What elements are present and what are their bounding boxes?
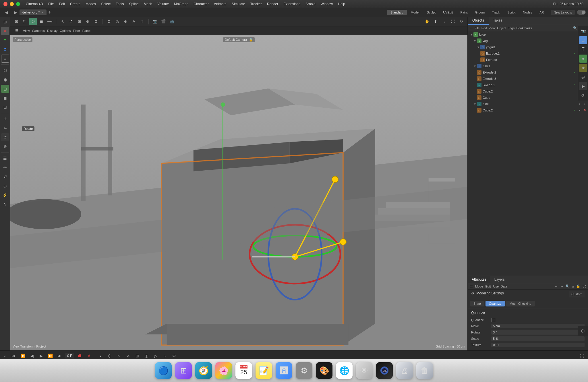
dock-preview[interactable]: 👁 (356, 362, 373, 379)
menu-mograph[interactable]: MoGraph (174, 2, 188, 6)
filter-menu[interactable]: Filter (73, 29, 80, 32)
render-icon[interactable]: ● (583, 102, 587, 106)
key-icon[interactable]: ⬥ (97, 352, 104, 360)
list-item[interactable]: ▼ ● juice ● ● (468, 31, 588, 38)
go-start-button[interactable]: ⏮ (10, 352, 17, 360)
anim-side-icon[interactable]: ⟳ (579, 91, 587, 99)
motion-icon[interactable]: ⬡ (106, 352, 113, 360)
expand-attr-icon[interactable]: ⛶ (583, 285, 586, 288)
nav-forward-icon[interactable]: → (560, 285, 563, 288)
menu-animate[interactable]: Animate (214, 2, 227, 6)
menu-window[interactable]: Window (321, 2, 333, 6)
search-icon[interactable]: 🔍 (573, 26, 577, 30)
quantize-checkbox[interactable] (491, 318, 495, 322)
menu-simulate[interactable]: Simulate (232, 2, 245, 6)
polygon-icon[interactable]: ◼ (38, 18, 45, 25)
add-tab-button[interactable]: + (48, 10, 51, 15)
attr-mode-menu[interactable]: Mode (475, 285, 483, 288)
tab-mesh-checking[interactable]: Mesh Checking (506, 301, 535, 306)
move-back-icon[interactable]: ◀ (2, 8, 10, 16)
tab-paint[interactable]: Paint (457, 10, 471, 15)
tab-ar[interactable]: AR (536, 10, 547, 15)
panel-menu[interactable]: Panel (82, 29, 90, 32)
home-attr-icon[interactable]: ⌂ (572, 285, 574, 288)
rotate-icon[interactable]: ↺ (67, 18, 75, 25)
close-button[interactable] (3, 2, 7, 6)
obj-edit-menu[interactable]: Edit (481, 26, 487, 30)
menu-file[interactable]: File (48, 2, 54, 6)
snap-tool[interactable]: ☰ (1, 154, 9, 162)
scale-icon[interactable]: ⊞ (76, 18, 83, 25)
point-mode-icon[interactable]: ◉ (1, 76, 9, 84)
axis-icon[interactable]: ⊗ (92, 18, 100, 25)
check-icon[interactable]: ✓ (572, 83, 577, 87)
list-item[interactable]: ⬡ Extrude.3 ✓ ● (468, 76, 588, 82)
dock-finder[interactable]: 🔵 (155, 362, 172, 379)
menu-render[interactable]: Render (267, 2, 278, 6)
move-icon[interactable]: ↖ (59, 18, 66, 25)
cameras-menu[interactable]: Cameras (32, 29, 45, 32)
dock-launchpad[interactable]: ⊞ (175, 362, 192, 379)
cam2-icon[interactable]: 🎬 (160, 18, 167, 25)
obj-bookmarks-menu[interactable]: Bookmarks (516, 26, 532, 30)
menu-volume[interactable]: Volume (157, 2, 169, 6)
tab-close-button[interactable]: ✕ (41, 11, 44, 14)
dock-notes[interactable]: 📝 (256, 362, 272, 379)
align-icon[interactable]: ⊕ (84, 18, 91, 25)
list-item[interactable]: ⬡ Extrude.2 ✓ ● ⚑ (468, 69, 588, 76)
tab-track[interactable]: Track (489, 10, 503, 15)
move-tool[interactable]: ✛ (1, 115, 9, 123)
cam3-icon[interactable]: 📹 (168, 18, 175, 25)
list-item[interactable]: ▼ ● yog ● ● (468, 38, 588, 44)
menu-extensions[interactable]: Extensions (283, 2, 300, 6)
play-forward-button[interactable]: ⏩ (47, 352, 54, 360)
dock-calendar[interactable]: МАРТ 25 (235, 362, 252, 379)
zoom-icon[interactable]: ⬆ (432, 18, 439, 25)
display2-icon[interactable]: ◎ (113, 18, 121, 25)
tab-uvedit[interactable]: UVEdit (440, 10, 456, 15)
menu-spline[interactable]: Spline (129, 2, 139, 6)
dock-photos[interactable]: 🌸 (215, 362, 232, 379)
display3-icon[interactable]: ⊛ (122, 18, 129, 25)
toggle-switch[interactable] (577, 10, 586, 15)
menu-help[interactable]: Help (338, 2, 345, 6)
list-item[interactable]: ⬡ Extrude.1 ✓ ● ⚑ (468, 50, 588, 57)
search-attr-icon[interactable]: 🔍 (566, 284, 570, 288)
light-side-icon[interactable]: ★ (579, 64, 587, 72)
check-icon[interactable]: ✓ (572, 51, 577, 55)
current-frame[interactable]: 0 F (65, 353, 74, 358)
menu-tracker[interactable]: Tracker (250, 2, 262, 6)
full-icon[interactable]: ⛶ (449, 18, 457, 25)
camera-side-icon[interactable]: 📷 (579, 27, 587, 35)
display5-icon[interactable]: T (138, 18, 146, 25)
menu-bar[interactable]: Cinema 4D File Edit Create Modes Select … (26, 2, 345, 6)
transform-tool[interactable]: ⊕ (1, 142, 9, 151)
render-side-icon[interactable]: ▶ (579, 82, 587, 90)
tab-objects[interactable]: Objects (468, 17, 489, 25)
text-side-icon[interactable]: T (579, 45, 587, 53)
view-menu[interactable]: View (23, 29, 30, 32)
menu-tools[interactable]: Tools (116, 2, 124, 6)
viewport-canvas[interactable]: Perspective Default Camera 🔒 Rotate View… (10, 35, 467, 350)
check-icon[interactable]: ✓ (572, 108, 577, 112)
texture-value[interactable]: 0.01 (491, 343, 585, 347)
tab-groom[interactable]: Groom (471, 10, 488, 15)
z-axis-icon[interactable]: Z (1, 45, 9, 53)
object-icon[interactable]: ⬡ (29, 18, 37, 25)
timeline-icon[interactable]: ⊞ (134, 352, 141, 360)
objects-toolbar-icon[interactable]: ☰ (470, 26, 473, 30)
tab-layers[interactable]: Layers (490, 276, 509, 283)
config-icon[interactable]: ⚙ (170, 352, 178, 360)
auto-key-button[interactable]: A (85, 352, 93, 360)
rotate-tool[interactable]: ↺ (1, 133, 9, 141)
refresh-icon[interactable]: ↻ (458, 18, 465, 25)
palette-icon[interactable]: ⬡ (579, 327, 587, 335)
curve-tool[interactable]: ∿ (1, 200, 9, 208)
world-icon[interactable]: ⊞ (1, 55, 9, 63)
tab-standard[interactable]: Standard (387, 10, 407, 15)
lock-attr-icon[interactable]: 🔒 (576, 284, 580, 288)
move-forward-icon[interactable]: ▶ (11, 8, 20, 16)
paint-tool[interactable]: 🖌 (1, 173, 9, 181)
menu-edit[interactable]: Edit (59, 2, 65, 6)
dock-trash[interactable]: 🗑 (416, 362, 433, 379)
